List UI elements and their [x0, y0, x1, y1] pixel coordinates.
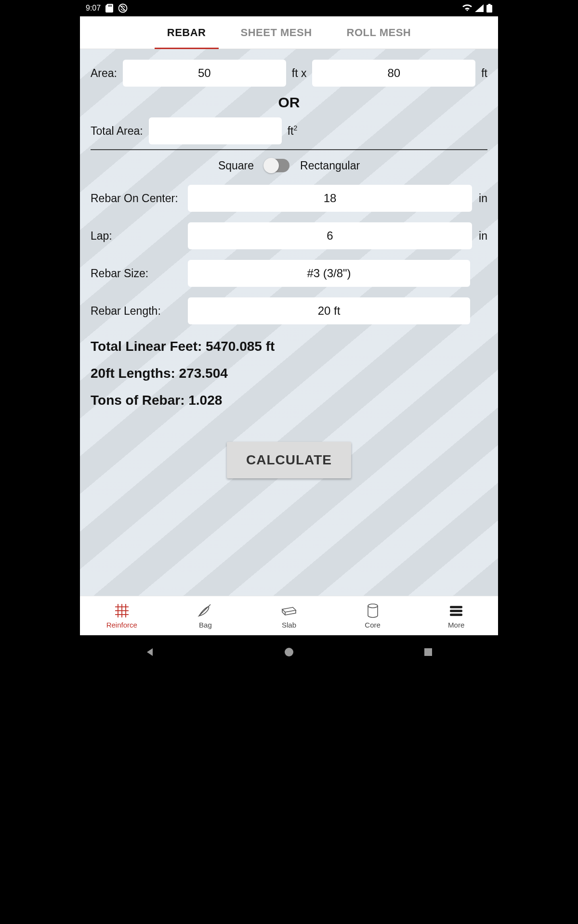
- lap-input[interactable]: [188, 222, 472, 249]
- slab-icon: [280, 603, 298, 619]
- status-time: 9:07: [86, 4, 101, 13]
- status-bar: 9:07: [80, 0, 498, 16]
- signal-icon: [475, 4, 484, 12]
- area-length-input[interactable]: [312, 60, 475, 87]
- svg-rect-12: [450, 614, 462, 616]
- trowel-icon: [197, 603, 213, 619]
- nav-bag[interactable]: Bag: [164, 596, 248, 635]
- rebar-on-center-label: Rebar On Center:: [91, 192, 181, 205]
- rebar-length-select[interactable]: 20 ft: [188, 297, 470, 324]
- result-total-linear-feet: Total Linear Feet: 5470.085 ft: [91, 339, 487, 354]
- rebar-size-label: Rebar Size:: [91, 267, 181, 280]
- tab-rebar[interactable]: REBAR: [159, 17, 214, 49]
- tab-bar: REBAR SHEET MESH ROLL MESH: [80, 16, 498, 49]
- area-label: Area:: [91, 67, 117, 80]
- area-width-unit: ft x: [292, 67, 307, 80]
- total-area-label: Total Area:: [91, 125, 143, 138]
- total-area-unit: ft2: [288, 124, 298, 138]
- nav-bag-label: Bag: [199, 621, 212, 629]
- square-label: Square: [218, 159, 254, 172]
- sd-card-icon: [105, 4, 113, 13]
- grid-icon: [114, 603, 130, 619]
- cylinder-icon: [367, 603, 379, 619]
- lap-label: Lap:: [91, 230, 181, 243]
- svg-rect-10: [450, 606, 462, 608]
- nav-more-label: More: [448, 621, 464, 629]
- result-lengths: 20ft Lengths: 273.504: [91, 366, 487, 381]
- svg-rect-14: [424, 648, 432, 656]
- tab-sheet-mesh[interactable]: SHEET MESH: [233, 17, 320, 49]
- nav-more[interactable]: More: [414, 596, 498, 635]
- svg-point-13: [285, 648, 293, 656]
- rectangular-label: Rectangular: [300, 159, 360, 172]
- tab-roll-mesh[interactable]: ROLL MESH: [339, 17, 419, 49]
- svg-point-9: [368, 604, 378, 608]
- nav-reinforce[interactable]: Reinforce: [80, 596, 164, 635]
- svg-rect-1: [486, 5, 492, 13]
- svg-rect-2: [488, 4, 491, 5]
- wifi-icon: [462, 4, 472, 12]
- rebar-size-select[interactable]: #3 (3/8"): [188, 260, 470, 287]
- menu-icon: [449, 603, 463, 619]
- result-tons: Tons of Rebar: 1.028: [91, 393, 487, 408]
- nav-slab[interactable]: Slab: [247, 596, 331, 635]
- rebar-on-center-unit: in: [479, 192, 487, 205]
- area-width-input[interactable]: [123, 60, 286, 87]
- results: Total Linear Feet: 5470.085 ft 20ft Leng…: [91, 339, 487, 408]
- divider: [91, 149, 487, 150]
- nav-core[interactable]: Core: [331, 596, 415, 635]
- sys-recent-button[interactable]: [414, 638, 443, 667]
- shape-toggle[interactable]: [264, 159, 289, 172]
- no-sync-icon: [118, 3, 128, 13]
- lap-unit: in: [479, 230, 487, 243]
- nav-core-label: Core: [365, 621, 381, 629]
- nav-slab-label: Slab: [282, 621, 296, 629]
- nav-reinforce-label: Reinforce: [106, 621, 137, 629]
- calculate-button[interactable]: CALCULATE: [227, 442, 351, 478]
- battery-icon: [486, 4, 492, 13]
- or-label: OR: [91, 94, 487, 111]
- bottom-nav: Reinforce Bag Slab Core More: [80, 596, 498, 635]
- system-nav-bar: [80, 635, 498, 668]
- sys-back-button[interactable]: [135, 638, 164, 667]
- main-content: Area: ft x ft OR Total Area: ft2 Square …: [80, 49, 498, 596]
- rebar-length-label: Rebar Length:: [91, 305, 181, 318]
- total-area-input[interactable]: [149, 117, 282, 144]
- rebar-on-center-input[interactable]: [188, 185, 472, 212]
- area-length-unit: ft: [481, 67, 487, 80]
- svg-rect-11: [450, 610, 462, 612]
- sys-home-button[interactable]: [275, 638, 303, 667]
